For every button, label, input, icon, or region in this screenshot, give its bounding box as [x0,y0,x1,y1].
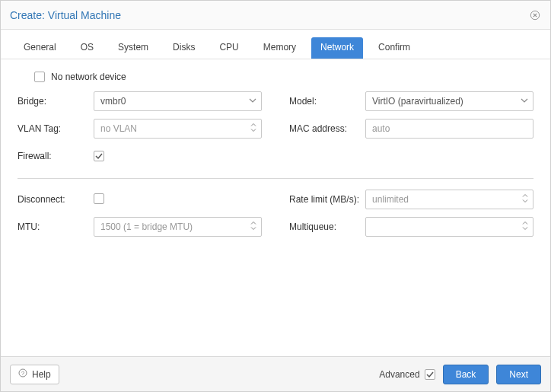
advanced-checkbox[interactable] [425,369,435,380]
tab-confirm[interactable]: Confirm [369,37,419,59]
advanced-label: Advanced [379,369,419,380]
top-fields: Bridge: vmbr0 VLAN Tag: no VLAN [18,91,533,174]
vm-create-window: Create: Virtual Machine General OS Syste… [0,0,551,392]
spinner-icon [250,123,256,135]
tab-os[interactable]: OS [72,37,103,59]
tabbar: General OS System Disks CPU Memory Netwo… [1,30,550,59]
rate-value: unlimited [372,194,409,205]
tab-disks[interactable]: Disks [164,37,204,59]
svg-text:?: ? [21,370,25,377]
back-button[interactable]: Back [443,365,489,384]
bridge-value: vmbr0 [100,96,126,107]
model-value: VirtIO (paravirtualized) [372,96,463,107]
chevron-down-icon [249,96,256,107]
mac-input[interactable]: auto [365,119,533,139]
multiqueue-label: Multiqueue: [289,221,365,232]
mac-label: MAC address: [289,123,365,134]
help-button[interactable]: ? Help [10,365,59,384]
no-network-label: No network device [51,72,126,82]
no-network-row: No network device [18,72,533,82]
advanced-toggle[interactable]: Advanced [379,369,435,380]
rate-input[interactable]: unlimited [365,190,533,209]
footer-right: Advanced Back Next [379,365,541,384]
form-body: No network device Bridge: vmbr0 VLAN Tag… [1,59,550,244]
vlan-value: no VLAN [100,123,137,134]
rate-label: Rate limit (MB/s): [289,194,365,205]
mac-value: auto [372,123,390,134]
firewall-label: Firewall: [18,151,94,161]
vlan-label: VLAN Tag: [18,123,94,134]
mtu-value: 1500 (1 = bridge MTU) [100,221,193,232]
disconnect-checkbox[interactable] [94,193,104,204]
tab-system[interactable]: System [109,37,158,59]
model-select[interactable]: VirtIO (paravirtualized) [365,91,533,111]
no-network-checkbox[interactable] [34,72,45,82]
spinner-icon [250,221,256,233]
spinner-icon [522,194,528,206]
right-column: Model: VirtIO (paravirtualized) MAC addr… [289,91,533,174]
help-label: Help [32,369,51,380]
bridge-select[interactable]: vmbr0 [94,91,262,111]
next-button[interactable]: Next [496,365,541,384]
tab-memory[interactable]: Memory [254,37,305,59]
mtu-label: MTU: [18,221,94,232]
spinner-icon [522,221,528,233]
multiqueue-input[interactable] [365,217,533,237]
bridge-label: Bridge: [18,96,94,107]
tab-general[interactable]: General [14,37,65,59]
tab-network[interactable]: Network [311,37,363,59]
titlebar: Create: Virtual Machine [1,1,550,30]
advanced-fields: Disconnect: MTU: 1500 (1 = bridge MTU) [18,190,533,244]
model-label: Model: [289,96,365,107]
close-icon[interactable] [529,9,541,21]
vlan-input[interactable]: no VLAN [94,119,262,139]
help-icon: ? [18,368,27,380]
tab-cpu[interactable]: CPU [210,37,247,59]
mtu-input[interactable]: 1500 (1 = bridge MTU) [94,217,262,237]
disconnect-label: Disconnect: [18,194,94,205]
adv-right-column: Rate limit (MB/s): unlimited Multiqueue: [289,190,533,244]
chevron-down-icon [521,96,528,107]
divider [18,178,533,179]
firewall-checkbox[interactable] [94,151,104,161]
footer: ? Help Advanced Back Next [1,356,550,391]
window-title: Create: Virtual Machine [10,9,121,21]
left-column: Bridge: vmbr0 VLAN Tag: no VLAN [18,91,262,174]
adv-left-column: Disconnect: MTU: 1500 (1 = bridge MTU) [18,190,262,244]
